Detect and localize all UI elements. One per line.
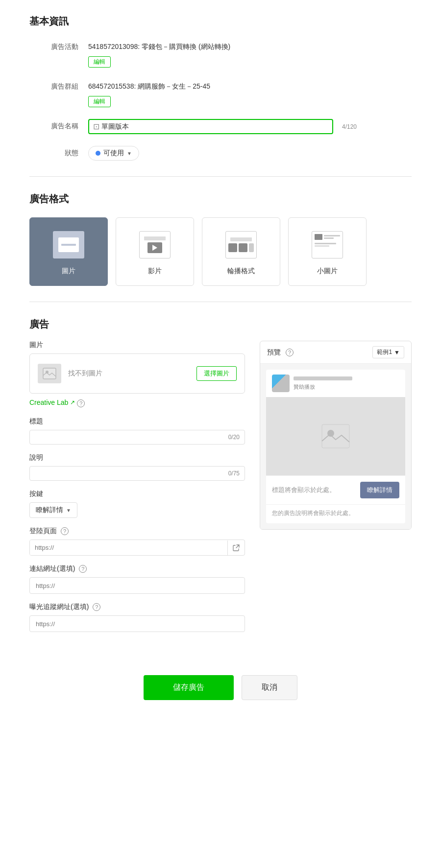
basic-info-title: 基本資訊 [29, 15, 412, 28]
landing-page-field-group: 登陸頁面 ? [29, 527, 245, 556]
campaign-row: 廣告活動 5418572013098: 零錢包－購買轉換 (網站轉換) 編輯 [29, 40, 412, 68]
creative-lab-help-icon[interactable]: ? [77, 399, 85, 407]
preview-desc-placeholder: 您的廣告說明將會顯示於此處。 [272, 510, 354, 516]
description-input[interactable] [35, 469, 224, 477]
landing-page-help-icon[interactable]: ? [61, 527, 69, 535]
preview-example-dropdown[interactable]: 範例1 ▼ [372, 346, 404, 358]
format-label-video: 影片 [148, 267, 162, 276]
landing-page-label-row: 登陸頁面 ? [29, 527, 245, 536]
text-format-icon: ⊡ [93, 122, 99, 131]
preview-help-icon[interactable]: ? [286, 349, 294, 356]
impression-url-label: 曝光追蹤網址(選填) [29, 603, 89, 611]
status-text: 可使用 [103, 149, 124, 158]
image-upload-box: 找不到圖片 選擇圖片 [29, 353, 245, 394]
preview-title: 預覽 [267, 348, 281, 357]
cancel-button[interactable]: 取消 [242, 675, 297, 700]
preview-body: 贊助播放 標題將會顯示於此處。 瞭解詳情 [260, 364, 411, 529]
format-icon-small-image [308, 228, 347, 262]
adname-input-wrapper: ⊡ [88, 119, 333, 134]
preview-ad-card: 贊助播放 標題將會顯示於此處。 瞭解詳情 [266, 370, 405, 523]
format-icon-image [49, 228, 88, 262]
status-dropdown[interactable]: 可使用 ▼ [88, 146, 139, 161]
adname-char-count: 4/120 [342, 123, 357, 130]
preview-cta-button[interactable]: 瞭解詳情 [360, 482, 399, 498]
preview-image-area [266, 397, 405, 475]
campaign-edit-button[interactable]: 編輯 [88, 56, 111, 68]
headline-char-count: 0/20 [228, 434, 240, 441]
adname-input[interactable] [101, 123, 328, 131]
landing-page-input[interactable] [30, 540, 227, 555]
ad-content-area: 圖片 找不到圖片 選擇圖片 Creative Lab [29, 341, 412, 641]
chevron-down-icon: ▼ [394, 349, 400, 356]
bottom-actions: 儲存廣告 取消 [29, 665, 412, 700]
format-icon-video [135, 228, 174, 262]
format-card-image[interactable]: 圖片 [29, 217, 108, 286]
campaign-value-group: 5418572013098: 零錢包－購買轉換 (網站轉換) 編輯 [88, 40, 412, 68]
link-url-input-wrapper [29, 577, 245, 594]
image-field-label: 圖片 [29, 341, 245, 350]
chevron-down-icon: ▼ [127, 151, 132, 156]
headline-field-group: 標題 0/20 [29, 417, 245, 445]
ad-format-title: 廣告格式 [29, 192, 412, 206]
link-url-label: 連結網址(選填) [29, 564, 75, 573]
external-link-icon[interactable] [227, 540, 245, 555]
preview-example-label: 範例1 [377, 348, 392, 356]
adname-label: 廣告名稱 [29, 119, 88, 131]
external-link-icon: ↗ [70, 399, 75, 406]
description-char-count: 0/75 [228, 470, 240, 477]
preview-sponsored-text: 贊助播放 [294, 384, 315, 390]
campaign-label: 廣告活動 [29, 40, 88, 51]
format-card-video[interactable]: 影片 [116, 217, 194, 286]
link-url-field-group: 連結網址(選填) ? [29, 564, 245, 594]
cta-label: 按鍵 [29, 490, 245, 498]
status-label: 狀態 [29, 146, 88, 158]
landing-page-label: 登陸頁面 [29, 527, 57, 536]
preview-cta-area: 標題將會顯示於此處。 瞭解詳情 [266, 475, 405, 504]
impression-url-input-wrapper [29, 615, 245, 632]
preview-info: 贊助播放 [294, 376, 399, 391]
format-label-carousel: 輪播格式 [227, 267, 255, 276]
cta-dropdown[interactable]: 瞭解詳情 ▼ [29, 502, 77, 518]
adgroup-value-group: 684572015538: 網購服飾－女生－25-45 編輯 [88, 79, 412, 107]
impression-url-help-icon[interactable]: ? [93, 603, 100, 611]
adname-value-group: ⊡ 4/120 [88, 119, 412, 134]
format-label-image: 圖片 [62, 267, 75, 276]
format-card-carousel[interactable]: 輪播格式 [202, 217, 280, 286]
impression-url-field-group: 曝光追蹤網址(選填) ? [29, 603, 245, 632]
image-not-found-text: 找不到圖片 [68, 369, 190, 378]
description-field-group: 說明 0/75 [29, 453, 245, 481]
creative-lab-label: Creative Lab [29, 399, 68, 406]
link-url-input[interactable] [36, 582, 239, 589]
svg-rect-2 [322, 424, 349, 448]
select-image-button[interactable]: 選擇圖片 [196, 366, 237, 381]
preview-header: 預覽 ? 範例1 ▼ [260, 341, 411, 364]
preview-name-bar [294, 376, 352, 380]
adgroup-row: 廣告群組 684572015538: 網購服飾－女生－25-45 編輯 [29, 79, 412, 107]
link-url-help-icon[interactable]: ? [79, 565, 87, 573]
campaign-value: 5418572013098: 零錢包－購買轉換 (網站轉換) [88, 40, 412, 51]
divider-2 [29, 302, 412, 302]
image-field-group: 圖片 找不到圖片 選擇圖片 Creative Lab [29, 341, 245, 408]
save-ad-button[interactable]: 儲存廣告 [144, 675, 234, 700]
ad-right-column: 預覽 ? 範例1 ▼ 贊助播放 [260, 341, 412, 530]
format-grid: 圖片 影片 [29, 217, 412, 286]
preview-desc-area: 您的廣告說明將會顯示於此處。 [266, 504, 405, 523]
preview-title-group: 預覽 ? [267, 348, 294, 357]
ad-left-column: 圖片 找不到圖片 選擇圖片 Creative Lab [29, 341, 245, 641]
format-label-small-image: 小圖片 [317, 267, 338, 276]
preview-headline-placeholder: 標題將會顯示於此處。 [272, 486, 336, 494]
ad-section-title: 廣告 [29, 318, 412, 331]
chevron-down-icon: ▼ [66, 508, 71, 513]
description-input-wrapper: 0/75 [29, 466, 245, 481]
format-icon-carousel [221, 228, 261, 262]
format-card-small-image[interactable]: 小圖片 [288, 217, 367, 286]
status-dot [96, 151, 100, 156]
cta-field-group: 按鍵 瞭解詳情 ▼ [29, 490, 245, 518]
headline-label: 標題 [29, 417, 245, 426]
creative-lab-row: Creative Lab ↗ ? [29, 399, 245, 408]
divider-1 [29, 176, 412, 177]
creative-lab-link[interactable]: Creative Lab ↗ [29, 399, 75, 406]
headline-input[interactable] [35, 433, 224, 441]
impression-url-input[interactable] [36, 620, 239, 628]
adgroup-edit-button[interactable]: 編輯 [88, 96, 111, 107]
